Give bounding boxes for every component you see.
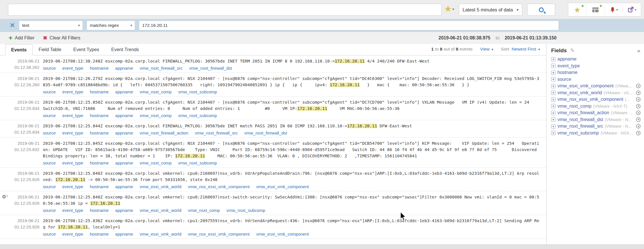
alerts-button[interactable]: ▾ (605, 5, 623, 14)
visibility-eye-icon[interactable] (636, 91, 641, 95)
visibility-eye-icon[interactable] (636, 84, 641, 88)
expand-plus-icon[interactable]: + (551, 97, 555, 102)
expand-plus-icon[interactable]: + (551, 84, 555, 88)
field-tag-source[interactable]: source (43, 66, 56, 71)
expand-plus-icon[interactable]: + (551, 57, 555, 61)
filter-field-select[interactable]: text ▾ (19, 21, 83, 30)
field-tag-hostname[interactable]: hostname (90, 208, 109, 213)
field-tag-source[interactable]: source (43, 232, 56, 236)
field-tag-vmw_nsxt_subcomp[interactable]: vmw_nsxt_subcomp (178, 89, 217, 94)
expand-plus-icon[interactable]: + (551, 124, 555, 128)
field-tag-appname[interactable]: appname (115, 130, 133, 135)
remove-filter-icon[interactable]: ✕ (10, 22, 15, 29)
field-tag-event_type[interactable]: event_type (62, 232, 83, 236)
field-tag-source[interactable]: source (43, 130, 56, 135)
field-tag-appname[interactable]: appname (115, 66, 133, 71)
field-item-vmw_esxi_vmk_world[interactable]: +vmw_esxi_vmk_world(VMware - vS... (551, 90, 641, 95)
search-button[interactable] (527, 4, 555, 16)
event-settings-gear-icon[interactable]: ⚙ (2, 194, 6, 199)
tab-field-table[interactable]: Field Table (33, 44, 67, 55)
field-item-vmw_esxi_vmk_component[interactable]: +vmw_esxi_vmk_component(VMwa... (551, 83, 641, 89)
field-tag-vmw_nsxt_subcomp[interactable]: vmw_nsxt_subcomp (226, 208, 265, 213)
view-dropdown[interactable]: View ▾ (480, 47, 493, 52)
field-tag-hostname[interactable]: hostname (90, 113, 109, 118)
field-tag-event_type[interactable]: event_type (62, 66, 83, 71)
field-item-vmw_nsxt_comp[interactable]: +vmw_nsxt_comp(VMware - NSX-T) (551, 104, 641, 109)
field-item-event_type[interactable]: +event_type (551, 63, 641, 69)
field-tag-vmw_esxi_vmk_component[interactable]: vmw_esxi_vmk_component (256, 184, 309, 189)
filter-value-input[interactable] (139, 21, 559, 30)
export-share-button[interactable]: ▾ (623, 5, 641, 14)
tab-event-trends[interactable]: Event Trends (105, 44, 145, 55)
field-tag-vmw_nsxt_comp[interactable]: vmw_nsxt_comp (140, 89, 172, 94)
field-tag-vmw_nsxt_firewall_dst[interactable]: vmw_nsxt_firewall_dst (189, 66, 232, 71)
field-tag-vmw_nsxt_firewall_action[interactable]: vmw_nsxt_firewall_action (140, 130, 188, 135)
field-item-appname[interactable]: +appname (551, 57, 641, 62)
tab-events[interactable]: Events (5, 44, 33, 55)
field-tag-event_type[interactable]: event_type (62, 130, 83, 135)
visibility-eye-icon[interactable] (636, 104, 641, 109)
expand-plus-icon[interactable]: + (551, 91, 555, 95)
field-item-hostname[interactable]: +hostname (551, 70, 641, 75)
field-tag-hostname[interactable]: hostname (90, 232, 109, 236)
field-tag-vmw_nsx_esxi_vmk_component[interactable]: vmw_nsx_esxi_vmk_component (188, 184, 250, 189)
field-item-vmw_nsxt_firewall_src[interactable]: +vmw_nsxt_firewall_src(VMware - N... (551, 124, 641, 129)
expand-plus-icon[interactable]: + (551, 104, 555, 108)
field-tag-vmw_esxi_vmk_component[interactable]: vmw_esxi_vmk_component (256, 232, 309, 236)
expand-plus-icon[interactable]: + (551, 111, 555, 115)
field-tag-appname[interactable]: appname (115, 232, 133, 236)
field-tag-appname[interactable]: appname (115, 113, 133, 118)
field-tag-appname[interactable]: appname (115, 184, 133, 189)
filter-operator-select[interactable]: matches regex ▾ (87, 21, 135, 30)
expand-plus-icon[interactable]: + (551, 71, 555, 75)
field-tag-appname[interactable]: appname (115, 89, 133, 94)
field-tag-source[interactable]: source (43, 208, 56, 213)
expand-plus-icon[interactable]: + (551, 64, 555, 68)
add-to-dashboard-button[interactable]: + (587, 5, 605, 14)
field-tag-source[interactable]: source (43, 89, 56, 94)
field-item-source[interactable]: +source (551, 77, 641, 82)
time-range-select[interactable]: Latest 5 minutes of data ▾ (459, 4, 522, 16)
field-tag-hostname[interactable]: hostname (90, 66, 109, 71)
field-tag-vmw_nsxt_firewall_dst[interactable]: vmw_nsxt_firewall_dst (244, 130, 287, 135)
add-filter-button[interactable]: + Add Filter (9, 35, 34, 41)
field-tag-vmw_esxi_vmk_world[interactable]: vmw_esxi_vmk_world (140, 184, 181, 189)
sort-dropdown[interactable]: Newest First ▾ (512, 47, 540, 52)
visibility-eye-icon[interactable] (636, 124, 641, 128)
field-tag-vmw_nsxt_subcomp[interactable]: vmw_nsxt_subcomp (178, 160, 217, 165)
field-item-vmw_nsxt_firewall_action[interactable]: +vmw_nsxt_firewall_action(VMware ... (551, 110, 641, 115)
field-tag-hostname[interactable]: hostname (90, 160, 109, 165)
field-tag-source[interactable]: source (43, 113, 56, 118)
visibility-eye-icon[interactable] (636, 131, 641, 135)
field-tag-appname[interactable]: appname (115, 160, 133, 165)
tab-event-types[interactable]: Event Types (67, 44, 105, 55)
visibility-eye-icon[interactable] (636, 111, 641, 115)
field-tag-vmw_esxi_vmk_world[interactable]: vmw_esxi_vmk_world (140, 232, 181, 236)
field-tag-vmw_nsxt_comp[interactable]: vmw_nsxt_comp (140, 160, 172, 165)
collapse-panel-icon[interactable]: » (637, 48, 641, 53)
field-tag-event_type[interactable]: event_type (62, 89, 83, 94)
expand-plus-icon[interactable]: + (551, 77, 555, 81)
field-tag-vmw_nsx_esxi_vmk_component[interactable]: vmw_nsx_esxi_vmk_component (188, 232, 250, 236)
add-favorite-button[interactable]: ★ + (568, 5, 587, 14)
field-tag-vmw_nsxt_comp[interactable]: vmw_nsxt_comp (188, 208, 220, 213)
horizontal-scrollbar[interactable] (0, 244, 644, 249)
favorite-query-dropdown[interactable]: ★ ▾ (445, 5, 454, 13)
field-tag-vmw_nsxt_firewall_src[interactable]: vmw_nsxt_firewall_src (140, 66, 183, 71)
field-item-vmw_nsxt_firewall_dst[interactable]: +vmw_nsxt_firewall_dst(VMware - N... (551, 117, 641, 122)
clear-all-filters-button[interactable]: ✖ Clear All Filters (43, 35, 80, 41)
field-item-vmw_nsx_esxi_vmk_component[interactable]: +vmw_nsx_esxi_vmk_component(... (551, 97, 641, 102)
field-item-vmw_nsxt_subcomp[interactable]: +vmw_nsxt_subcomp(VMware - NSX-T) (551, 130, 641, 136)
field-tag-hostname[interactable]: hostname (90, 130, 109, 135)
field-tag-vmw_esxi_vmk_world[interactable]: vmw_esxi_vmk_world (140, 208, 181, 213)
field-tag-hostname[interactable]: hostname (90, 184, 109, 189)
field-tag-source[interactable]: source (43, 160, 56, 165)
field-tag-appname[interactable]: appname (115, 208, 133, 213)
visibility-eye-icon[interactable] (636, 97, 641, 102)
field-tag-event_type[interactable]: event_type (62, 160, 83, 165)
expand-plus-icon[interactable]: + (551, 131, 555, 135)
field-tag-event_type[interactable]: event_type (62, 208, 83, 213)
expand-plus-icon[interactable]: + (551, 117, 555, 122)
query-input[interactable] (8, 4, 442, 16)
field-tag-event_type[interactable]: event_type (62, 113, 83, 118)
